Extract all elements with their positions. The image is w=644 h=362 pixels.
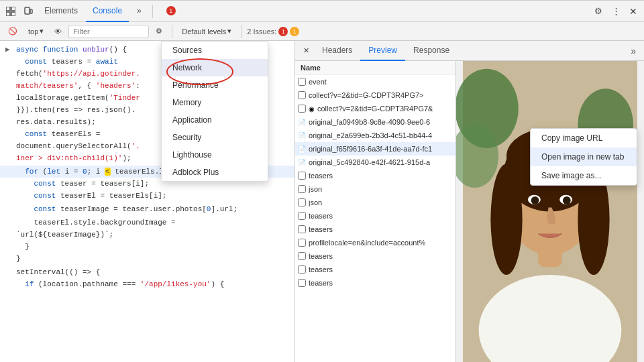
- svg-rect-1: [11, 7, 15, 11]
- code-line: const teaserImage = teaser.user.photos[0…: [0, 203, 294, 215]
- context-menu-copy-url[interactable]: Copy image URL: [531, 129, 637, 147]
- name-item[interactable]: teasers: [295, 209, 455, 223]
- name-item[interactable]: ◉ collect?v=2&tid=G-CDPT3R4PG7&: [295, 102, 455, 115]
- detail-panel: Copy image URL Open image in new tab Sav…: [456, 61, 644, 362]
- eye-btn[interactable]: 👁: [50, 24, 66, 39]
- dropdown-menu: Sources Network Performance Memory Appli…: [161, 41, 268, 182]
- menu-item-memory[interactable]: Memory: [162, 94, 268, 111]
- devtools-window: Elements Console » 1 ⚙ ⋮ ✕ 🚫 top ▾ 👁 ⚙ D…: [0, 0, 644, 362]
- menu-item-performance[interactable]: Performance: [162, 76, 268, 94]
- menu-item-application[interactable]: Application: [162, 111, 268, 129]
- svg-rect-4: [25, 7, 30, 14]
- name-item[interactable]: collect?v=2&tid=G-CDPT3R4PG7>: [295, 88, 455, 102]
- context-menu-save[interactable]: Save image as...: [531, 166, 637, 185]
- name-item[interactable]: teasers: [295, 249, 455, 263]
- preview-image: [456, 61, 644, 362]
- inspect-element-btn[interactable]: [3, 3, 19, 19]
- right-tabs: ✕ Headers Preview Response »: [295, 41, 644, 61]
- tab-elements[interactable]: Elements: [38, 1, 85, 22]
- svg-point-16: [531, 196, 539, 204]
- menu-item-network[interactable]: Network: [162, 59, 268, 76]
- filter-settings-btn[interactable]: ⚙: [152, 24, 166, 39]
- tab-headers[interactable]: Headers: [314, 41, 360, 61]
- context-menu: Copy image URL Open image in new tab Sav…: [530, 128, 637, 186]
- code-line: const teaserEl = teaserEls[i];: [0, 190, 294, 202]
- name-checkbox[interactable]: [298, 198, 306, 206]
- settings-btn[interactable]: ⚙: [590, 3, 606, 19]
- code-line: `url(${teaserImage})`;: [0, 229, 294, 241]
- devtools-toolbar: Elements Console » 1 ⚙ ⋮ ✕: [0, 1, 644, 22]
- tab-preview[interactable]: Preview: [360, 41, 405, 61]
- svg-rect-0: [6, 7, 10, 11]
- name-panel-header: Name: [295, 61, 455, 75]
- name-checkbox[interactable]: [298, 78, 306, 86]
- code-line: }: [0, 241, 294, 253]
- tab-right-more[interactable]: »: [625, 46, 641, 56]
- svg-point-11: [490, 164, 522, 275]
- menu-item-adblock[interactable]: Adblock Plus: [162, 164, 268, 181]
- tab-response[interactable]: Response: [405, 41, 458, 61]
- tab-network-badge[interactable]: 1: [157, 1, 182, 22]
- name-item[interactable]: 📄 original_5c492840-e42f-4621-915d-a: [295, 156, 455, 169]
- code-line: teaserEl.style.backgroundImage =: [0, 217, 294, 229]
- right-content: Name event collect?v=2&tid=G-CDPT3R4PG7>: [295, 61, 644, 362]
- console-toolbar: 🚫 top ▾ 👁 ⚙ Default levels ▾ 2 Issues: 1…: [0, 22, 644, 41]
- name-list[interactable]: event collect?v=2&tid=G-CDPT3R4PG7> ◉ co…: [295, 75, 455, 362]
- warn-count: 1: [290, 27, 299, 36]
- device-toolbar-btn[interactable]: [20, 3, 36, 19]
- name-item[interactable]: event: [295, 75, 455, 88]
- name-item[interactable]: teasers: [295, 263, 455, 276]
- name-item[interactable]: 📄 original_fa0949b8-9c8e-4090-9ee0-6: [295, 115, 455, 129]
- name-checkbox[interactable]: [298, 279, 306, 287]
- separator: [152, 5, 153, 18]
- tab-more[interactable]: »: [130, 1, 148, 22]
- context-menu-open-new-tab[interactable]: Open image in new tab: [531, 147, 637, 166]
- more-btn[interactable]: ⋮: [608, 3, 624, 19]
- right-panel-close[interactable]: ✕: [298, 43, 314, 59]
- top-context-btn[interactable]: top ▾: [24, 24, 48, 39]
- name-checkbox[interactable]: [298, 105, 306, 113]
- svg-rect-3: [11, 12, 15, 16]
- name-checkbox[interactable]: [298, 225, 306, 233]
- default-levels-btn[interactable]: Default levels ▾: [178, 24, 235, 39]
- preview-panel: Copy image URL Open image in new tab Sav…: [456, 61, 644, 362]
- svg-rect-2: [6, 12, 10, 16]
- code-line: setInterval(() => {: [0, 266, 294, 278]
- name-item[interactable]: teasers: [295, 169, 455, 182]
- code-line: }: [0, 253, 294, 265]
- issues-badge: 2 Issues: 1 1: [247, 27, 299, 36]
- devtools-main: ▶async function unblur() { const teasers…: [0, 41, 644, 362]
- name-item[interactable]: 📄 original_e2a699eb-2b3d-4c51-bb44-4: [295, 129, 455, 142]
- name-item[interactable]: json: [295, 196, 455, 209]
- name-checkbox[interactable]: [298, 252, 306, 260]
- error-count: 1: [278, 27, 288, 36]
- menu-item-sources[interactable]: Sources: [162, 42, 268, 59]
- clear-console-btn[interactable]: 🚫: [4, 24, 21, 39]
- name-checkbox[interactable]: [298, 239, 306, 247]
- name-item[interactable]: profilelocale=en&include=account%: [295, 236, 455, 249]
- name-item-selected[interactable]: 📄 original_f65f9616-6a3f-41de-aa7d-fc1: [295, 142, 455, 156]
- filter-input[interactable]: [68, 25, 149, 38]
- separator3: [241, 25, 241, 38]
- name-checkbox[interactable]: [298, 91, 306, 99]
- code-line: if (location.pathname === '/app/likes-yo…: [0, 278, 294, 290]
- name-panel: Name event collect?v=2&tid=G-CDPT3R4PG7>: [295, 61, 456, 362]
- network-badge: 1: [166, 6, 176, 15]
- name-checkbox[interactable]: [298, 212, 306, 220]
- menu-item-lighthouse[interactable]: Lighthouse: [162, 146, 268, 164]
- name-item[interactable]: teasers: [295, 276, 455, 290]
- close-btn[interactable]: ✕: [625, 3, 641, 19]
- name-checkbox[interactable]: [298, 265, 306, 274]
- tab-console[interactable]: Console: [86, 1, 129, 22]
- menu-item-security[interactable]: Security: [162, 129, 268, 146]
- separator2: [172, 25, 172, 38]
- svg-rect-5: [30, 9, 32, 13]
- name-item[interactable]: teasers: [295, 223, 455, 236]
- name-checkbox[interactable]: [298, 185, 306, 193]
- name-checkbox[interactable]: [298, 172, 306, 180]
- console-panel: ▶async function unblur() { const teasers…: [0, 41, 295, 362]
- svg-point-17: [563, 196, 571, 204]
- name-item[interactable]: json: [295, 182, 455, 196]
- right-panel: ✕ Headers Preview Response » Name: [295, 41, 644, 362]
